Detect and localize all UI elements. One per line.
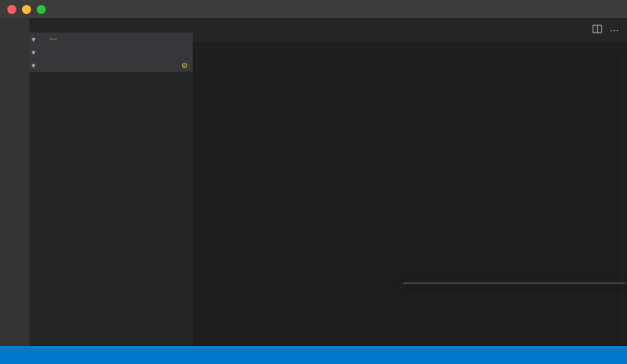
overview-ruler[interactable] [622, 58, 627, 346]
tab-actions: ⋯ [584, 18, 627, 42]
close-window-button[interactable] [7, 5, 16, 14]
minimize-window-button[interactable] [22, 5, 31, 14]
chevron-down-icon: ▾ [32, 62, 39, 69]
chevron-down-icon: ▾ [32, 36, 39, 43]
unsaved-count-badge [49, 38, 57, 40]
tab-bar: ⋯ [193, 18, 627, 42]
split-editor-icon[interactable] [592, 23, 603, 38]
code-view[interactable] [193, 58, 585, 346]
outline-status-icon[interactable]: ⊙ [181, 61, 188, 69]
breadcrumb [193, 42, 627, 58]
activity-bar [0, 18, 29, 346]
editor[interactable] [193, 58, 627, 346]
suggest-widget [403, 282, 625, 284]
sidebar: ▾ ▾ ▾ ⊙ [29, 18, 193, 346]
open-editors-header[interactable]: ▾ [29, 33, 193, 46]
minimap[interactable] [585, 58, 622, 346]
more-actions-icon[interactable]: ⋯ [610, 25, 619, 36]
chevron-down-icon: ▾ [32, 49, 39, 56]
window-controls [7, 5, 46, 14]
status-bar [0, 346, 627, 364]
workbench: ▾ ▾ ▾ ⊙ ⋯ [0, 18, 627, 346]
sidebar-title-row [29, 18, 193, 33]
titlebar [0, 0, 627, 18]
editor-group: ⋯ [193, 18, 627, 346]
outline-header[interactable]: ▾ ⊙ [29, 59, 193, 72]
folders-header[interactable]: ▾ [29, 46, 193, 59]
maximize-window-button[interactable] [37, 5, 46, 14]
